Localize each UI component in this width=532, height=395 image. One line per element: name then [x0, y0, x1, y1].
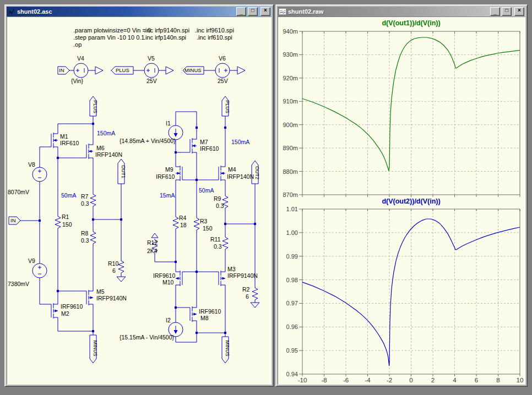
- schematic-label: .step param Vin -10 10 0.1: [73, 34, 144, 41]
- right-arrow-icon: [95, 67, 103, 74]
- y-tick-label: 930m: [283, 51, 298, 58]
- resistor-r7[interactable]: [90, 193, 96, 207]
- resistor-r11[interactable]: [222, 236, 228, 250]
- y-tick-label: 880m: [283, 168, 298, 175]
- schematic-label: V4: [77, 55, 84, 62]
- schematic-label: M10: [162, 279, 174, 286]
- schematic-label: 150: [62, 221, 72, 228]
- waveform-plot-container: 940m930m920m910m900m890m880m870md(V(out1…: [278, 17, 525, 385]
- wire-junction: [57, 290, 59, 292]
- schematic-label: 6: [246, 293, 249, 300]
- y-tick-label: 0.97: [286, 300, 298, 306]
- window-title: shunt02.raw: [288, 8, 488, 15]
- schematic-label: IRF610: [156, 173, 175, 180]
- schematic-label: 0.3: [81, 200, 89, 207]
- wire-junction: [196, 127, 198, 129]
- ground-icon: [117, 277, 126, 282]
- schematic-label: M3: [227, 266, 236, 272]
- mosfet-m6[interactable]: [85, 142, 93, 160]
- schematic-label: IRF9610: [199, 308, 221, 315]
- schematic-label: IRF610: [60, 140, 79, 146]
- right-arrow-icon: [237, 67, 245, 74]
- voltage-source-v6[interactable]: [215, 63, 230, 78]
- close-button[interactable]: ×: [260, 7, 270, 16]
- schematic-label: .inc irf610.spi: [197, 34, 232, 41]
- mosfet-m9[interactable]: [176, 164, 183, 182]
- mosfet-m1[interactable]: [50, 131, 58, 149]
- mosfet-m3[interactable]: [218, 270, 225, 287]
- mosfet-m4[interactable]: [218, 164, 225, 182]
- wire-junction: [224, 127, 226, 129]
- schematic-label: 6: [112, 267, 116, 274]
- schematic-label: R12: [147, 239, 158, 246]
- mosfet-m8[interactable]: [189, 305, 197, 323]
- schematic-label: V5: [148, 55, 155, 62]
- y-tick-label: 0.99: [286, 253, 298, 260]
- schematic-label: 50mA: [199, 187, 214, 194]
- schematic-label: V6: [219, 55, 226, 62]
- schematic-label: M4: [228, 166, 236, 173]
- y-tick-label: 870m: [283, 191, 298, 198]
- schematic-label: IRF9610: [153, 272, 175, 279]
- schematic-label: M6: [96, 145, 105, 151]
- resistor-r2[interactable]: [252, 287, 258, 301]
- resistor-r8[interactable]: [90, 231, 96, 245]
- schematic-label: V8: [28, 161, 35, 168]
- schematic-label: R2: [242, 286, 250, 293]
- mosfet-m5[interactable]: [85, 289, 93, 306]
- up-arrow-icon: [151, 233, 158, 238]
- schematic-label: M7: [200, 139, 208, 145]
- wire-junction: [196, 332, 198, 334]
- x-tick-label: 0: [409, 377, 412, 383]
- mosfet-m2[interactable]: [50, 302, 58, 320]
- schematic-label: 0.3: [216, 202, 224, 209]
- voltage-source-v5[interactable]: [144, 63, 159, 78]
- x-tick-label: -2: [387, 377, 392, 383]
- schematic-label: MINUS: [184, 67, 202, 73]
- waveform-window[interactable]: shunt02.raw _ □ × 940m930m920m910m900m89…: [275, 4, 528, 387]
- voltage-source-v9[interactable]: [32, 264, 47, 278]
- schematic-label: OUT2: [254, 166, 260, 179]
- y-tick-label: 0.96: [286, 323, 298, 330]
- schematic-label: R4: [179, 215, 187, 221]
- waveform-canvas[interactable]: 940m930m920m910m900m890m880m870md(V(out1…: [278, 17, 525, 384]
- resistor-r4[interactable]: [173, 216, 178, 230]
- schematic-label: M1: [60, 133, 68, 140]
- schematic-canvas[interactable]: .param plotwinsize=0 Vin = 0.step param …: [7, 17, 271, 384]
- close-button[interactable]: ×: [514, 7, 524, 16]
- desktop: { "desktop": {"bg": "#808080"}, "windows…: [0, 0, 532, 395]
- schematic-label: 25V: [218, 78, 228, 84]
- schematic-window[interactable]: shunt02.asc _ □ ×: [4, 4, 274, 387]
- waveform-titlebar[interactable]: shunt02.raw _ □ ×: [278, 7, 525, 17]
- schematic-label: M8: [200, 315, 209, 321]
- schematic-label: IRF610: [200, 145, 219, 152]
- resistor-r1[interactable]: [55, 215, 61, 229]
- schematic-label: IN: [59, 67, 64, 73]
- trace-title[interactable]: d(V(out1))/d(V(in)): [382, 19, 440, 27]
- schematic-titlebar[interactable]: shunt02.asc _ □ ×: [7, 7, 272, 17]
- voltage-source-v4[interactable]: [74, 63, 88, 78]
- right-arrow-icon: [166, 67, 173, 74]
- resistor-r3[interactable]: [194, 217, 199, 231]
- schematic-label: I1: [166, 120, 171, 127]
- mosfet-m7[interactable]: [189, 137, 197, 155]
- x-tick-label: 10: [517, 377, 524, 383]
- y-tick-label: 910m: [283, 98, 298, 105]
- x-tick-label: 6: [475, 377, 478, 383]
- voltage-source-v8[interactable]: [32, 167, 47, 182]
- trace-title[interactable]: d(V(out2))/d(V(in)): [382, 198, 440, 205]
- x-tick-label: 2: [431, 377, 435, 383]
- minimize-button[interactable]: _: [236, 7, 246, 16]
- schematic-label: 15mA: [160, 192, 175, 199]
- maximize-button[interactable]: □: [502, 7, 512, 16]
- schematic-label: M9: [165, 166, 173, 173]
- maximize-button[interactable]: □: [248, 7, 258, 16]
- wire-junction: [175, 151, 177, 153]
- resistor-r10[interactable]: [118, 260, 124, 274]
- y-tick-label: 1.00: [286, 229, 298, 236]
- minimize-button[interactable]: _: [490, 7, 500, 16]
- schematic-label: I2: [166, 317, 171, 323]
- x-tick-label: -4: [365, 377, 371, 383]
- schematic-label: 50mA: [61, 192, 76, 199]
- mosfet-m10[interactable]: [176, 270, 183, 287]
